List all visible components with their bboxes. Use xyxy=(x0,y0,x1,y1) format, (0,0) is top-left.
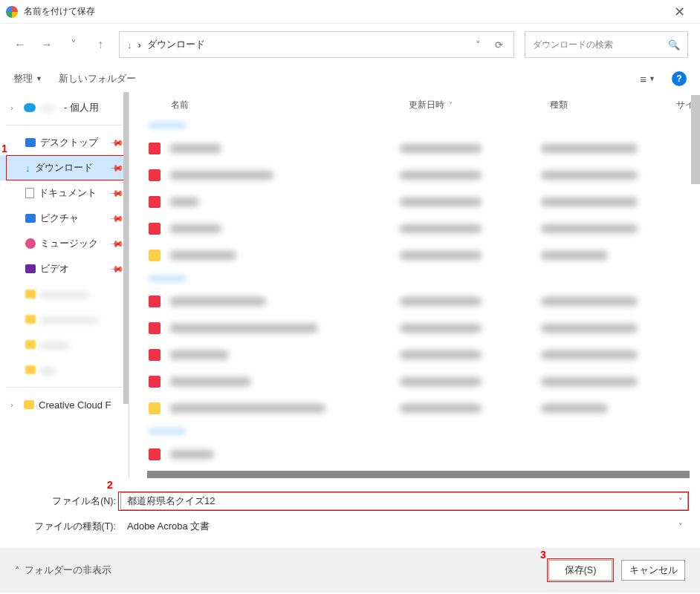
save-inputs: 2 ファイル名(N): 都道府県名クイズ12 ˅ ファイルの種類(T): Ado… xyxy=(0,478,700,548)
file-row[interactable] xyxy=(144,441,700,468)
recent-button[interactable]: ˅ xyxy=(65,36,82,53)
file-list xyxy=(129,113,700,468)
file-row[interactable] xyxy=(144,242,700,269)
file-row[interactable] xyxy=(144,288,700,315)
up-button[interactable]: ↑ xyxy=(92,36,108,53)
sort-indicator-icon: ˅ xyxy=(449,101,453,109)
filename-input[interactable]: 都道府県名クイズ12 ˅ xyxy=(120,492,688,510)
help-button[interactable]: ? xyxy=(672,71,687,86)
file-row[interactable] xyxy=(144,395,700,422)
chevron-down-icon[interactable]: ˅ xyxy=(678,497,683,506)
pdf-icon xyxy=(149,349,161,361)
address-dropdown[interactable]: ˅ xyxy=(470,39,485,50)
file-row[interactable] xyxy=(144,342,700,368)
creative-cloud-icon xyxy=(24,400,34,409)
tree-pictures[interactable]: ピクチャ 📌 xyxy=(0,206,129,231)
tree-label: ダウンロード xyxy=(35,161,93,174)
tree-desktop[interactable]: デスクトップ 📌 xyxy=(0,130,129,155)
col-date[interactable]: 更新日時 ˅ xyxy=(409,99,550,111)
onedrive-icon xyxy=(24,103,36,112)
path-separator-icon: › xyxy=(138,39,141,50)
chevron-right-icon: › xyxy=(10,400,19,409)
tree-label: ミュージック xyxy=(40,237,98,250)
video-icon xyxy=(25,264,36,273)
tree-label: ピクチャ xyxy=(40,212,79,225)
file-row[interactable] xyxy=(144,368,700,395)
tree-item-blurred[interactable]: xxx xyxy=(0,357,129,382)
sidebar-scrollbar[interactable] xyxy=(123,92,129,404)
refresh-button[interactable]: ⟳ xyxy=(491,39,506,50)
pdf-icon xyxy=(149,196,161,208)
file-row[interactable] xyxy=(144,162,700,189)
chevron-up-icon: ˄ xyxy=(15,565,20,576)
folder-icon xyxy=(25,290,36,298)
pin-icon: 📌 xyxy=(109,236,125,252)
save-button[interactable]: 3 保存(S) xyxy=(548,560,612,581)
vertical-scrollbar[interactable] xyxy=(691,95,700,184)
filetype-select[interactable]: Adobe Acroba 文書 ˅ xyxy=(120,518,688,535)
chevron-right-icon: › xyxy=(10,103,19,112)
personal-label: - 個人用 xyxy=(64,101,99,114)
tree-label: Creative Cloud F xyxy=(39,399,111,411)
tree-item-blurred[interactable]: xxxxxxxxxxxx xyxy=(0,307,129,332)
col-type[interactable]: 種類 xyxy=(550,99,676,111)
document-icon xyxy=(25,188,34,198)
view-mode-button[interactable]: ≡ ▼ xyxy=(640,73,655,85)
tree-downloads[interactable]: 1 ↓ ダウンロード 📌 xyxy=(0,155,129,180)
file-row[interactable] xyxy=(144,189,700,215)
pdf-icon xyxy=(149,223,161,235)
search-placeholder: ダウンロードの検索 xyxy=(533,39,668,51)
group-header[interactable] xyxy=(144,116,700,135)
tree-label: デスクトップ xyxy=(40,136,98,149)
pdf-icon xyxy=(149,322,161,334)
filename-label: ファイル名(N): xyxy=(12,495,116,508)
horizontal-scrollbar[interactable] xyxy=(147,471,690,478)
forward-button[interactable]: → xyxy=(39,36,55,53)
tree-creative-cloud[interactable]: › Creative Cloud F xyxy=(0,392,129,417)
file-row[interactable] xyxy=(144,135,700,162)
annotation-2: 2 xyxy=(107,479,113,491)
pin-icon: 📌 xyxy=(109,186,125,201)
group-header[interactable] xyxy=(144,422,700,441)
filetype-label: ファイルの種類(T): xyxy=(12,520,116,533)
tree-videos[interactable]: ビデオ 📌 xyxy=(0,256,129,281)
tree-item-blurred[interactable]: xxxxxxxxxx xyxy=(0,281,129,307)
folder-icon xyxy=(25,340,36,349)
tree-music[interactable]: ミュージック 📌 xyxy=(0,231,129,256)
folder-icon xyxy=(25,315,36,324)
tree-onedrive-personal[interactable]: › xxx - 個人用 xyxy=(0,95,129,120)
chevron-down-icon[interactable]: ˅ xyxy=(678,522,683,532)
col-name[interactable]: 名前 xyxy=(171,99,409,111)
annotation-1: 1 xyxy=(1,143,7,154)
filename-value: 都道府県名クイズ12 xyxy=(127,495,215,508)
file-row[interactable] xyxy=(144,315,700,342)
address-bar[interactable]: ↓ › ダウンロード ˅ ⟳ xyxy=(119,31,514,58)
navigation-row: ← → ˅ ↑ ↓ › ダウンロード ˅ ⟳ ダウンロードの検索 🔍 xyxy=(0,24,700,65)
pdf-icon xyxy=(149,169,161,181)
music-icon xyxy=(25,238,36,249)
tree-documents[interactable]: ドキュメント 📌 xyxy=(0,180,129,206)
download-folder-icon: ↓ xyxy=(25,163,30,174)
new-folder-button[interactable]: 新しいフォルダー xyxy=(59,73,136,85)
pin-icon: 📌 xyxy=(109,211,125,226)
annotation-3: 3 xyxy=(540,549,546,561)
back-button[interactable]: ← xyxy=(12,36,28,53)
organize-menu[interactable]: 整理▼ xyxy=(13,73,42,85)
pin-icon: 📌 xyxy=(109,135,125,151)
group-header[interactable] xyxy=(144,269,700,288)
search-icon: 🔍 xyxy=(668,39,680,50)
file-list-area: 名前 更新日時 ˅ 種類 サイ xyxy=(129,92,700,478)
folder-icon xyxy=(149,402,161,414)
search-box[interactable]: ダウンロードの検索 🔍 xyxy=(525,31,688,58)
hide-folders-toggle[interactable]: ˄ フォルダーの非表示 xyxy=(15,564,111,577)
pdf-icon xyxy=(149,296,161,307)
close-button[interactable]: ✕ xyxy=(664,4,694,20)
folder-tree: › xxx - 個人用 デスクトップ 📌 1 ↓ ダウンロード 📌 ドキュメント… xyxy=(0,92,129,478)
tree-item-blurred[interactable]: xxxxxx xyxy=(0,332,129,357)
download-icon: ↓ xyxy=(127,39,132,50)
cancel-button[interactable]: キャンセル xyxy=(621,560,685,581)
pdf-icon xyxy=(149,143,161,154)
pin-icon: 📌 xyxy=(109,160,125,176)
tree-label: ドキュメント xyxy=(39,186,97,200)
file-row[interactable] xyxy=(144,215,700,242)
